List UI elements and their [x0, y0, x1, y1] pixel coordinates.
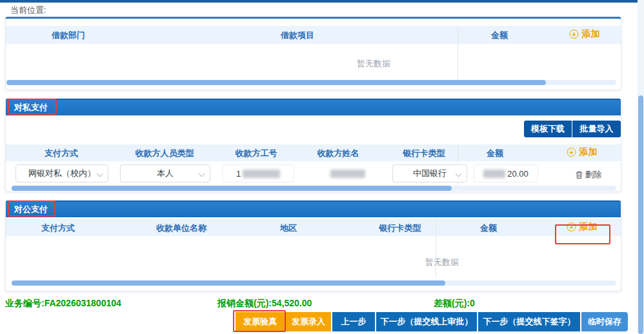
column-header-amount: 金额 [487, 148, 503, 159]
column-header-bank-card-type: 银行卡类型 [403, 148, 445, 159]
payee-type-value: 本人 [157, 168, 174, 179]
column-header-payee-type: 收款方人员类型 [136, 148, 194, 159]
add-label: 添加 [579, 221, 598, 233]
public-empty-text: 暂无数据 [425, 257, 459, 268]
temp-save-button[interactable]: 临时保存 [581, 312, 628, 331]
scrollbar-thumb[interactable] [12, 280, 445, 286]
column-header-region: 地区 [280, 222, 297, 234]
private-horizontal-scrollbar[interactable] [12, 186, 616, 191]
payee-type-select[interactable]: 本人 [120, 164, 210, 182]
borrow-empty-text: 暂无数据 [357, 58, 390, 70]
private-payment-section-bar [6, 99, 621, 115]
previous-step-button[interactable]: 上一步 [332, 312, 375, 331]
column-header-payee-name: 收款方姓名 [317, 148, 359, 159]
bank-card-type-value: 中国银行 [413, 168, 447, 179]
private-table-header: 支付方式 收款方人员类型 收款方工号 收款方姓名 银行卡类型 金额 添加 [6, 144, 621, 161]
add-label: 添加 [582, 28, 600, 40]
borrow-horizontal-scrollbar[interactable] [6, 80, 616, 85]
template-download-button[interactable]: 模板下载 [524, 121, 572, 137]
redacted-payee-name [330, 170, 365, 178]
borrow-add-button[interactable]: 添加 [570, 28, 600, 40]
next-step-offline-button[interactable]: 下一步（提交线下签字） [478, 312, 580, 331]
plus-circle-icon [567, 148, 576, 157]
payee-id-prefix: 1 [236, 169, 241, 179]
column-header-amount: 金额 [480, 222, 497, 234]
public-payment-title: 对公支付 [14, 204, 48, 215]
column-header-bank-card-type: 银行卡类型 [379, 222, 421, 234]
chevron-down-icon [97, 171, 103, 177]
borrow-table-panel: 借款部门 借款项目 金额 添加 暂无数据 [5, 17, 621, 90]
reimburse-amount-text: 报销金额(元):54,520.00 [217, 298, 312, 309]
payment-method-value: 网银对私（校内） [28, 168, 96, 179]
column-header-payment-method: 支付方式 [45, 148, 78, 159]
payee-name-field[interactable] [328, 164, 367, 182]
business-number-text: 业务编号:FA2026031800104 [5, 298, 121, 309]
private-add-button[interactable]: 添加 [567, 146, 598, 158]
public-table-header: 支付方式 收款单位名称 地区 银行卡类型 金额 添加 [6, 219, 621, 236]
public-payment-panel: 对公支付 支付方式 收款单位名称 地区 银行卡类型 金额 添加 暂无数据 [5, 200, 621, 291]
page: 当前位置: 借款部门 借款项目 金额 添加 暂无数据 对私支付 模板下载 批量导… [0, 0, 644, 334]
bank-card-type-select[interactable]: 中国银行 [392, 164, 467, 182]
scrollbar-thumb[interactable] [6, 80, 546, 85]
delete-label: 删除 [585, 169, 602, 181]
add-label: 添加 [579, 146, 598, 158]
column-header-payment-method: 支付方式 [41, 222, 75, 234]
borrow-table-header: 借款部门 借款项目 金额 添加 [6, 26, 621, 44]
payment-method-select[interactable]: 网银对私（校内） [15, 164, 108, 182]
chevron-down-icon [456, 171, 462, 177]
breadcrumb: 当前位置: [10, 5, 46, 16]
page-vertical-scrollbar[interactable] [638, 0, 644, 334]
column-header-payee-id: 收款方工号 [236, 148, 277, 159]
top-bar [0, 0, 644, 3]
amount-input[interactable]: 20.00 [474, 164, 538, 182]
column-header-borrow-project: 借款项目 [281, 30, 314, 41]
next-step-online-button[interactable]: 下一步（提交线上审批） [376, 312, 477, 331]
invoice-verify-button[interactable]: 发票验真 [236, 312, 285, 331]
scrollbar-thumb[interactable] [12, 186, 452, 191]
column-header-borrow-dept: 借款部门 [52, 30, 85, 41]
invoice-entry-button[interactable]: 发票录入 [286, 312, 331, 331]
plus-circle-icon [567, 222, 576, 231]
trash-icon [576, 171, 583, 179]
redacted-payee-id [243, 170, 280, 178]
column-header-amount: 金额 [491, 30, 508, 41]
delete-row-button[interactable]: 删除 [576, 169, 602, 181]
public-horizontal-scrollbar[interactable] [12, 280, 616, 286]
column-header-payee-org: 收款单位名称 [156, 222, 206, 234]
public-payment-section-bar [6, 201, 621, 217]
payee-id-input[interactable]: 1 [222, 164, 294, 182]
chevron-down-icon [199, 171, 205, 177]
fixed-column-divider [436, 219, 436, 278]
public-add-button[interactable]: 添加 [567, 221, 598, 233]
amount-suffix: 20.00 [507, 169, 528, 179]
private-payment-panel: 对私支付 模板下载 批量导入 支付方式 收款方人员类型 收款方工号 收款方姓名 … [5, 98, 621, 192]
fixed-column-divider [458, 26, 458, 80]
difference-amount-text: 差额(元):0 [434, 298, 475, 309]
private-payment-title: 对私支付 [14, 102, 48, 113]
redacted-amount-prefix [483, 170, 505, 178]
plus-circle-icon [570, 30, 579, 39]
scrollbar-thumb[interactable] [638, 95, 643, 334]
batch-import-button[interactable]: 批量导入 [572, 121, 621, 137]
